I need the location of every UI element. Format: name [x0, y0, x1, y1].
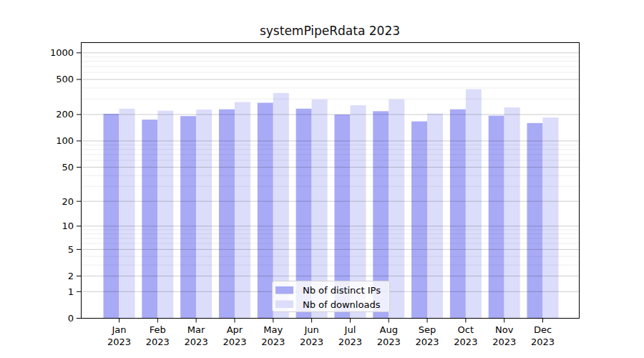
x-tick-label-month: Apr — [227, 324, 243, 335]
x-tick-label-oct: Oct2023 — [454, 324, 477, 347]
legend-swatch-ips — [275, 286, 293, 294]
bar-downloads-sep — [427, 114, 443, 319]
y-tick-label-2: 2 — [68, 271, 74, 281]
bar-downloads-nov — [504, 107, 520, 319]
bar-downloads-aug — [389, 100, 404, 319]
bar-downloads-apr — [235, 102, 250, 319]
y-tick-label-1: 1 — [68, 286, 74, 297]
legend-swatch-downloads — [275, 301, 293, 309]
x-tick-label-jul: Jul2023 — [338, 324, 362, 347]
x-tick-label-month: Jul — [344, 324, 356, 335]
x-tick-label-year: 2023 — [415, 337, 439, 347]
x-tick-label-jan: Jan2023 — [107, 324, 131, 347]
x-tick-label-year: 2023 — [300, 337, 323, 347]
x-tick-label-month: May — [263, 324, 283, 335]
bar-downloads-jan — [119, 109, 135, 319]
x-tick-label-aug: Aug2023 — [377, 324, 401, 347]
x-tick-label-year: 2023 — [377, 337, 401, 347]
x-tick-label-dec: Dec2023 — [531, 324, 555, 347]
bar-downloads-feb — [157, 111, 173, 319]
y-tick-label-0: 0 — [68, 313, 74, 324]
x-tick-label-month: Aug — [380, 324, 398, 335]
x-tick-label-jun: Jun2023 — [300, 324, 323, 347]
x-tick-label-year: 2023 — [261, 337, 285, 347]
y-tick-label-200: 200 — [56, 109, 74, 120]
bar-chart-svg: 01251020501002005001000Jan2023Feb2023Mar… — [0, 0, 644, 358]
x-tick-label-may: May2023 — [261, 324, 285, 347]
x-tick-label-month: Dec — [534, 324, 552, 335]
bar-ips-nov — [489, 116, 504, 319]
bar-ips-jan — [104, 114, 119, 319]
x-tick-label-feb: Feb2023 — [146, 324, 170, 347]
x-tick-label-year: 2023 — [146, 337, 170, 347]
legend-label-downloads: Nb of downloads — [303, 299, 381, 310]
x-tick-label-nov: Nov2023 — [492, 324, 516, 347]
y-tick-label-10: 10 — [62, 221, 74, 231]
x-tick-label-mar: Mar2023 — [185, 324, 208, 347]
x-tick-label-month: Oct — [458, 324, 474, 335]
bar-ips-dec — [527, 123, 542, 319]
x-tick-label-year: 2023 — [338, 337, 362, 347]
bar-ips-mar — [180, 116, 196, 318]
y-tick-label-50: 50 — [62, 162, 74, 173]
x-tick-label-month: Jun — [303, 324, 318, 335]
bar-ips-may — [258, 103, 273, 319]
y-tick-label-1000: 1000 — [50, 47, 74, 58]
x-tick-label-year: 2023 — [223, 337, 246, 347]
figure: systemPipeRdata 2023 0125102050100200500… — [0, 0, 644, 358]
legend-label-ips: Nb of distinct IPs — [303, 285, 381, 296]
y-tick-label-5: 5 — [68, 244, 74, 255]
x-tick-label-month: Nov — [495, 324, 514, 335]
chart-title: systemPipeRdata 2023 — [81, 24, 579, 38]
x-tick-label-apr: Apr2023 — [223, 324, 246, 347]
x-tick-label-year: 2023 — [107, 337, 131, 347]
x-tick-label-month: Feb — [150, 324, 166, 335]
x-tick-label-year: 2023 — [454, 337, 477, 347]
x-tick-label-month: Sep — [419, 324, 436, 335]
y-tick-label-100: 100 — [56, 135, 74, 146]
x-tick-label-year: 2023 — [531, 337, 555, 347]
y-tick-label-500: 500 — [56, 74, 74, 84]
legend: Nb of distinct IPsNb of downloads — [273, 281, 390, 312]
x-tick-label-year: 2023 — [492, 337, 516, 347]
x-tick-label-sep: Sep2023 — [415, 324, 439, 347]
bar-ips-sep — [411, 122, 427, 319]
y-tick-label-20: 20 — [62, 196, 74, 207]
x-tick-label-month: Mar — [187, 324, 205, 335]
x-tick-label-month: Jan — [111, 324, 126, 335]
bar-downloads-oct — [466, 90, 482, 319]
x-tick-label-year: 2023 — [185, 337, 208, 347]
bar-downloads-dec — [542, 117, 558, 318]
